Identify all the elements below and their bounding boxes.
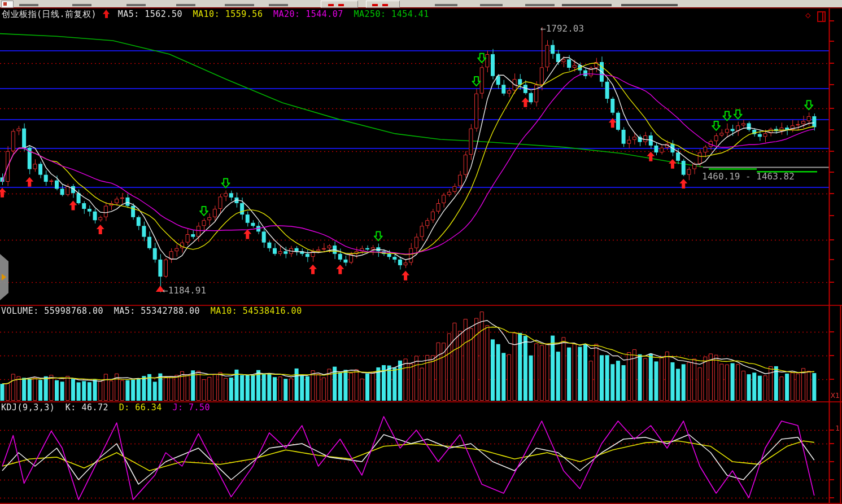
menu-item[interactable] — [621, 4, 678, 6]
expand-arrow-icon — [2, 274, 6, 281]
menu-item[interactable] — [176, 4, 195, 6]
menu-item[interactable] — [225, 4, 254, 6]
trading-app-window: 创业板指(日线.前复权) MA5: 1562.50 MA10: 1559.56 … — [0, 0, 842, 504]
menu-item[interactable] — [72, 4, 91, 6]
up-arrow-icon — [103, 10, 110, 18]
sidebar-handle[interactable] — [0, 254, 8, 300]
ma20-label: MA20: 1544.07 — [273, 9, 343, 19]
kdj-title-label: KDJ(9,3,3) — [1, 402, 55, 413]
menu-item[interactable] — [269, 4, 288, 6]
kdj-j-label: J: 7.50 — [172, 402, 210, 413]
toolbar-button-2-label — [382, 4, 388, 6]
volume-axis-label: X1 — [831, 391, 840, 400]
toolbar-button-2-label — [372, 4, 378, 6]
volume-label: VOLUME: 55998768.00 — [1, 306, 103, 316]
menu-item[interactable] — [126, 4, 146, 6]
low-price-annotation: ←1184.91 — [163, 285, 206, 296]
range-annotation: 1460.19 - 1463.82 — [702, 171, 795, 182]
toolbar-button-1-label — [338, 4, 344, 6]
menu-item[interactable] — [19, 4, 38, 6]
ma5-label: MA5: 1562.50 — [118, 9, 182, 19]
toolbar-button-1[interactable] — [321, 1, 358, 8]
app-icon[interactable] — [1, 1, 14, 8]
toolbar-button-2[interactable] — [366, 1, 400, 8]
menu-bar — [0, 0, 842, 8]
kdj-d-label: D: 66.34 — [119, 402, 162, 413]
chart-canvas[interactable] — [0, 0, 842, 504]
volume-ma5-label: MA5: 55342788.00 — [114, 306, 200, 316]
volume-ma10-label: MA10: 54538416.00 — [211, 306, 302, 316]
kdj-k-label: K: 46.72 — [66, 402, 108, 413]
symbol-label: 创业板指(日线.前复权) — [2, 9, 97, 20]
diamond-icon[interactable]: ◇ — [805, 10, 811, 20]
window-layout-icon[interactable] — [817, 11, 826, 22]
main-chart-header: 创业板指(日线.前复权) MA5: 1562.50 MA10: 1559.56 … — [2, 9, 434, 20]
menu-item[interactable] — [435, 4, 457, 6]
volume-header: VOLUME: 55998768.00 MA5: 55342788.00 MA1… — [1, 306, 307, 316]
high-price-annotation: ←1792.03 — [540, 23, 584, 34]
ma250-label: MA250: 1454.41 — [354, 9, 429, 19]
ma10-label: MA10: 1559.56 — [193, 9, 263, 19]
menu-item[interactable] — [480, 4, 503, 6]
toolbar-button-1-label — [328, 4, 334, 6]
kdj-header: KDJ(9,3,3) K: 46.72 D: 66.34 J: 7.50 — [1, 402, 215, 413]
menu-item[interactable] — [525, 4, 555, 6]
kdj-axis-label: 1 — [835, 424, 840, 432]
menu-item[interactable] — [562, 4, 612, 6]
